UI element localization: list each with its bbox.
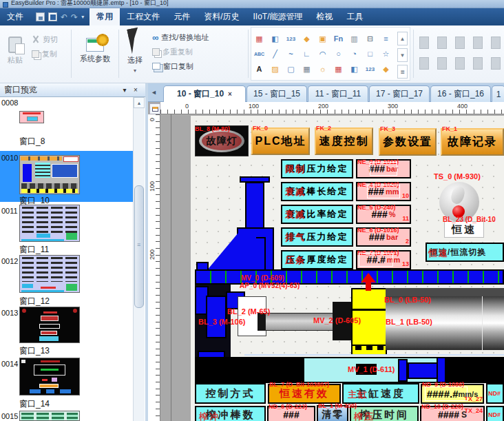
find-replace-button[interactable]: ∞ 查找/替换地址 (152, 31, 247, 43)
text-icon[interactable]: A (251, 61, 267, 76)
same-height-icon[interactable] (473, 57, 483, 70)
word-lamp-icon[interactable]: ◧ (267, 31, 283, 46)
tab-scroll-left-icon[interactable]: ◄ (151, 89, 157, 96)
copy-button[interactable]: 复制 (32, 48, 58, 60)
paste-button[interactable]: 粘贴 (0, 27, 30, 75)
traffic-light-icon[interactable]: ▦ (251, 31, 267, 46)
panel-caret-icon[interactable]: ▾ (119, 86, 130, 94)
cut-button[interactable]: 剪切 (32, 33, 58, 45)
qat-caret-icon[interactable]: ▾ (81, 14, 84, 20)
numeric-icon[interactable]: 123 (283, 31, 299, 46)
tab-close-icon[interactable]: × (228, 90, 232, 98)
setting-label-5[interactable]: 压条 压条厚度给定 (281, 250, 353, 269)
mode-switch-button[interactable]: 恒速 恒速/恒流切换 (426, 243, 504, 262)
lamp-icon[interactable]: ☼ (315, 61, 330, 76)
thumbnail-window-11[interactable] (19, 205, 80, 242)
circle-icon[interactable]: ○ (330, 46, 346, 61)
align-middle-icon[interactable] (491, 37, 501, 49)
stacked-icon[interactable]: ▥ (346, 31, 362, 46)
align-top-icon[interactable] (473, 37, 483, 49)
tab-partial[interactable]: 1 (492, 85, 504, 102)
menu-tool[interactable]: 工具 (340, 8, 370, 25)
align-right-icon[interactable] (455, 37, 465, 49)
window-item-15[interactable]: 0015 (0, 409, 132, 421)
window-item-14[interactable]: 0014 窗口_14 (0, 358, 132, 409)
multi-copy-button[interactable]: 多重复制 (152, 45, 247, 58)
aux-cyl-body[interactable] (408, 362, 438, 379)
window-item-10[interactable]: 0010 窗口_10 (0, 152, 132, 203)
function-key-icon[interactable]: Fn (330, 31, 346, 46)
plc-address-button[interactable]: PLC地址 (251, 127, 310, 155)
window-item-11[interactable]: 0011 窗口_11 (0, 205, 132, 254)
setting-label-3[interactable]: 衰减 衰减比率给定 (281, 205, 353, 224)
traffic-light2-icon[interactable]: ▦ (330, 61, 346, 76)
same-size-icon[interactable] (491, 57, 501, 70)
undo-icon[interactable]: ↶ (61, 13, 67, 21)
window-item-8[interactable]: 0008 窗口_8 (0, 99, 132, 148)
thumbnail-window-15[interactable] (19, 411, 80, 421)
arc-icon[interactable]: ◠ (315, 46, 330, 61)
export-icon[interactable] (48, 12, 57, 21)
align-center-icon[interactable] (437, 37, 447, 49)
control-mode-label[interactable]: 控制方式 (195, 383, 266, 404)
distribute-h-icon[interactable] (419, 57, 429, 70)
wave-icon[interactable]: ~ (283, 46, 299, 61)
polyline-icon[interactable]: ∟ (299, 46, 315, 61)
tag2-icon[interactable]: ◆ (378, 61, 394, 76)
bar-count-label[interactable]: 榨冲 榨冲棒数 (195, 406, 266, 421)
setting-value-5[interactable]: ##.# mm 13 (356, 250, 411, 269)
menu-home[interactable]: 常用 (90, 8, 120, 25)
tab-window-15[interactable]: 15 - 窗口_15 (246, 85, 307, 102)
window-item-12[interactable]: 0012 窗口_12 (0, 255, 132, 306)
save-icon[interactable] (36, 12, 45, 21)
main-cyl-speed-value[interactable]: ####.# mm/s TX_27 (421, 384, 484, 404)
menu-object[interactable]: 元件 (167, 8, 197, 25)
palette-scroll-down[interactable]: ▼ (397, 48, 408, 62)
table-icon[interactable]: ▦ (299, 61, 315, 76)
distribute-v-icon[interactable] (437, 57, 447, 70)
select-caret-icon[interactable]: ▾ (134, 68, 136, 74)
frame-icon[interactable]: ▢ (283, 61, 299, 76)
thumbnail-window-8[interactable] (19, 111, 44, 123)
star-icon[interactable]: ☆ (378, 46, 394, 61)
system-params-button[interactable]: 系统参数 (73, 27, 117, 75)
tab-window-16[interactable]: 16 - 窗口_16 (430, 85, 491, 102)
partial-cell-right-1[interactable]: ND# (486, 383, 504, 404)
window-copy-button[interactable]: 窗口复制 (152, 60, 247, 72)
tab-window-10[interactable]: 10 - 窗口_10 × (163, 85, 246, 102)
menu-file[interactable]: 文件 (0, 8, 30, 25)
pie-icon[interactable]: ◔ (346, 46, 362, 61)
thumbnail-window-14[interactable] (19, 358, 80, 396)
design-canvas[interactable]: 故障灯 BL_8 (M-80) PLC地址 FK_0 速度控制 FK_2 参数设… (160, 114, 504, 421)
fault-record-button[interactable]: 故障记录 (441, 128, 504, 156)
same-width-icon[interactable] (455, 57, 465, 70)
partial-cell-right-2[interactable]: ND# (486, 406, 504, 421)
ascii-icon[interactable]: ABC (251, 46, 267, 61)
hmi-screen[interactable]: 故障灯 BL_8 (M-80) PLC地址 FK_0 速度控制 FK_2 参数设… (191, 116, 504, 421)
menu-data-history[interactable]: 资料/历史 (197, 8, 246, 25)
redo-icon[interactable]: ↷ (71, 13, 78, 21)
press-time-label[interactable]: 榨压 榨压时间 (350, 406, 419, 421)
setting-label-1[interactable]: 限制 限制压力给定 (281, 159, 353, 178)
setting-label-2[interactable]: 衰减 衰减棒长给定 (281, 182, 353, 201)
rectangle-icon[interactable]: □ (362, 46, 378, 61)
tag-icon[interactable]: ◆ (299, 31, 315, 46)
param-setting-button[interactable]: 参数设置 (379, 128, 437, 156)
tab-window-17[interactable]: 17 - 窗口_17 (369, 85, 430, 102)
scrollbar-thumb[interactable] (134, 185, 144, 308)
press-body[interactable] (237, 227, 274, 271)
menu-view[interactable]: 检视 (310, 8, 340, 25)
tab-window-11[interactable]: 11 - 窗口_11 (308, 85, 368, 102)
line-icon[interactable]: ╱ (267, 46, 283, 61)
picture-icon[interactable]: ▨ (267, 61, 283, 76)
numeric2-icon[interactable]: 123 (362, 61, 378, 76)
window-item-13[interactable]: 0013 窗口_13 (0, 307, 132, 356)
select-button[interactable]: 选择 ▾ (120, 27, 149, 75)
panel-scrollbar[interactable]: ▲ (133, 97, 145, 421)
thumbnail-window-13[interactable] (19, 307, 80, 343)
list-icon[interactable]: ≡ (378, 31, 394, 46)
press-column[interactable] (245, 182, 264, 229)
mode-lamp[interactable]: 恒速 (444, 221, 484, 238)
slider-icon[interactable]: ⊟ (362, 31, 378, 46)
thumbnail-window-10[interactable] (19, 155, 80, 194)
